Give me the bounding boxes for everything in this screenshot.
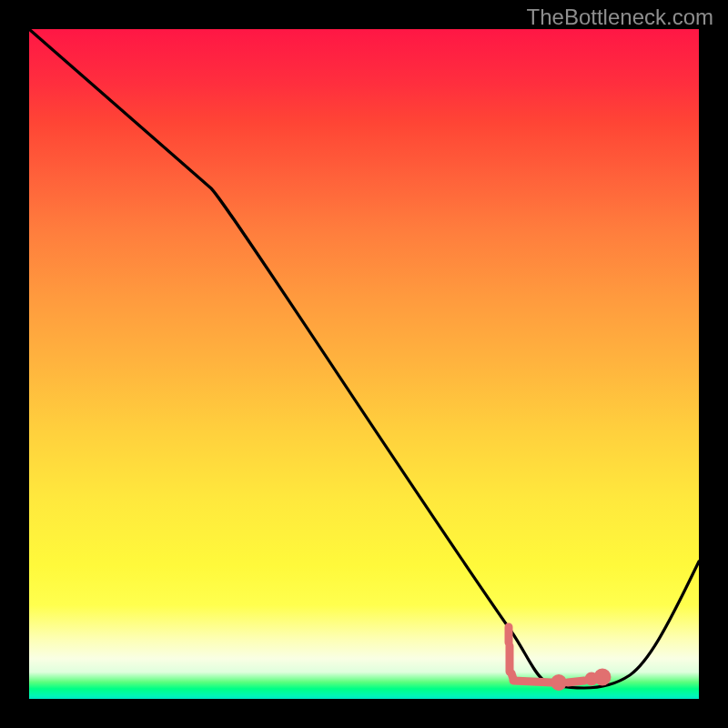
watermark-text: TheBottleneck.com bbox=[527, 5, 713, 30]
svg-point-7 bbox=[598, 672, 607, 682]
plot-area bbox=[29, 29, 699, 699]
chart-svg bbox=[29, 29, 699, 699]
svg-line-5 bbox=[568, 681, 584, 682]
highlight-marks bbox=[509, 627, 607, 687]
main-curve bbox=[29, 29, 699, 688]
svg-line-3 bbox=[513, 681, 551, 682]
svg-point-4 bbox=[555, 679, 563, 687]
svg-point-6 bbox=[589, 676, 594, 682]
